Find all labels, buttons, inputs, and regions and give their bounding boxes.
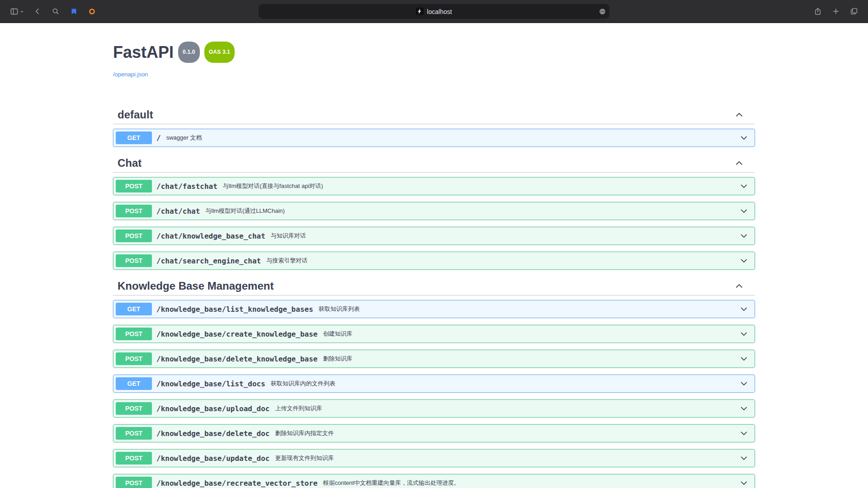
method-badge: POST xyxy=(116,477,152,488)
tab-overview-button[interactable] xyxy=(846,5,862,18)
openapi-link[interactable]: /openapi.json xyxy=(113,71,148,78)
expand-operation-button[interactable] xyxy=(736,206,752,216)
operation-path: /knowledge_base/upload_doc xyxy=(156,404,269,413)
operation-description: 获取知识库内的文件列表 xyxy=(271,380,335,388)
operation-row[interactable]: POST/knowledge_base/create_knowledge_bas… xyxy=(113,325,755,343)
method-badge: POST xyxy=(116,254,152,267)
expand-operation-button[interactable] xyxy=(736,133,752,143)
expand-operation-button[interactable] xyxy=(736,305,752,314)
bookmark-extension-icon xyxy=(70,8,78,15)
chevron-down-icon xyxy=(739,256,749,266)
operation-row[interactable]: POST/knowledge_base/recreate_vector_stor… xyxy=(113,474,755,488)
operation-path: /chat/search_engine_chat xyxy=(156,257,261,265)
page-options-button[interactable] xyxy=(599,8,606,15)
section-title: Knowledge Base Management xyxy=(118,279,732,292)
search-button[interactable] xyxy=(48,5,63,18)
chevron-down-icon xyxy=(739,182,749,191)
operation-description: 与llm模型对话(直接与fastchat api对话) xyxy=(223,182,323,190)
operation-row[interactable]: POST/knowledge_base/upload_doc上传文件到知识库 xyxy=(113,399,755,418)
operation-row[interactable]: POST/knowledge_base/delete_knowledge_bas… xyxy=(113,350,755,368)
operation-row[interactable]: GET/knowledge_base/list_docs获取知识库内的文件列表 xyxy=(113,375,755,393)
collapse-section-button[interactable] xyxy=(732,109,746,121)
expand-operation-button[interactable] xyxy=(736,231,752,241)
chevron-down-icon xyxy=(739,479,749,488)
operation-path: /knowledge_base/create_knowledge_base xyxy=(156,330,317,338)
site-favicon xyxy=(416,8,424,15)
extension-bookmark-button[interactable] xyxy=(66,5,81,18)
chevron-down-icon xyxy=(739,379,749,389)
page-title: FastAPI0.1.0OAS 3.1 xyxy=(113,43,755,67)
back-button[interactable] xyxy=(30,5,45,18)
operation-path: /knowledge_base/list_docs xyxy=(156,380,265,388)
section-header[interactable]: Knowledge Base Management xyxy=(113,277,755,296)
operation-description: swagger 文档 xyxy=(166,134,202,142)
operation-path: /knowledge_base/update_doc xyxy=(156,454,269,463)
expand-operation-button[interactable] xyxy=(736,354,752,364)
method-badge: POST xyxy=(116,180,152,192)
address-bar[interactable]: localhost xyxy=(259,4,609,19)
sidebar-icon xyxy=(10,7,19,16)
chevron-down-icon xyxy=(739,305,749,314)
operation-row[interactable]: POST/knowledge_base/delete_doc删除知识库内指定文件 xyxy=(113,424,755,442)
operation-row[interactable]: GET/swagger 文档 xyxy=(113,129,755,147)
expand-operation-button[interactable] xyxy=(736,182,752,191)
new-tab-button[interactable] xyxy=(828,5,844,18)
operation-description: 获取知识库列表 xyxy=(319,305,360,313)
operation-row[interactable]: POST/chat/knowledge_base_chat与知识库对话 xyxy=(113,227,755,245)
operation-description: 删除知识库内指定文件 xyxy=(275,429,334,437)
chevron-up-icon xyxy=(734,158,744,168)
method-badge: GET xyxy=(116,303,152,315)
expand-operation-button[interactable] xyxy=(736,479,752,488)
chevron-down-icon xyxy=(739,231,749,241)
share-icon xyxy=(814,7,822,15)
search-icon xyxy=(52,7,60,15)
share-button[interactable] xyxy=(810,5,826,18)
operation-row[interactable]: POST/knowledge_base/update_doc更新现有文件到知识库 xyxy=(113,449,755,467)
operation-description: 创建知识库 xyxy=(323,330,352,338)
section-header[interactable]: default xyxy=(113,105,755,124)
operations-list: defaultGET/swagger 文档ChatPOST/chat/fastc… xyxy=(113,105,755,488)
operation-path: /chat/knowledge_base_chat xyxy=(156,232,265,240)
operation-description: 更新现有文件到知识库 xyxy=(275,454,334,462)
sidebar-toggle-button[interactable] xyxy=(6,5,27,18)
chevron-up-icon xyxy=(734,110,744,120)
collapse-section-button[interactable] xyxy=(732,280,746,292)
page-body: FastAPI0.1.0OAS 3.1 /openapi.json defaul… xyxy=(0,23,868,488)
operation-path: /chat/fastchat xyxy=(156,182,217,191)
section-header[interactable]: Chat xyxy=(113,154,755,173)
expand-operation-button[interactable] xyxy=(736,454,752,463)
operation-row[interactable]: POST/chat/fastchat与llm模型对话(直接与fastchat a… xyxy=(113,177,755,195)
operation-path: /knowledge_base/list_knowledge_bases xyxy=(156,305,313,314)
operation-description: 与搜索引擎对话 xyxy=(266,257,307,265)
tag-section: Knowledge Base ManagementGET/knowledge_b… xyxy=(113,277,755,488)
operation-path: /chat/chat xyxy=(156,207,200,216)
collapse-section-button[interactable] xyxy=(732,157,746,169)
tag-section: ChatPOST/chat/fastchat与llm模型对话(直接与fastch… xyxy=(113,154,755,270)
expand-operation-button[interactable] xyxy=(736,429,752,438)
expand-operation-button[interactable] xyxy=(736,404,752,413)
operation-row[interactable]: GET/knowledge_base/list_knowledge_bases获… xyxy=(113,300,755,318)
operation-row[interactable]: POST/chat/search_engine_chat与搜索引擎对话 xyxy=(113,252,755,270)
operation-description: 上传文件到知识库 xyxy=(275,404,322,413)
chevron-down-icon xyxy=(739,454,749,463)
oas-badge: OAS 3.1 xyxy=(204,42,235,63)
version-badge: 0.1.0 xyxy=(178,42,200,63)
expand-operation-button[interactable] xyxy=(736,379,752,389)
method-badge: POST xyxy=(116,427,152,440)
toolbar-right-group xyxy=(810,5,862,18)
toolbar-left-group xyxy=(6,5,99,18)
tab-overview-icon xyxy=(850,7,858,15)
chevron-down-icon xyxy=(739,429,749,438)
operation-path: /knowledge_base/delete_doc xyxy=(156,429,269,438)
operation-row[interactable]: POST/chat/chat与llm模型对话(通过LLMChain) xyxy=(113,202,755,220)
extension-record-button[interactable] xyxy=(84,5,99,18)
method-badge: GET xyxy=(116,377,152,390)
chevron-down-icon xyxy=(739,206,749,216)
expand-operation-button[interactable] xyxy=(736,256,752,266)
operation-description: 与知识库对话 xyxy=(271,232,306,240)
record-extension-icon xyxy=(88,8,96,15)
expand-operation-button[interactable] xyxy=(736,329,752,339)
method-badge: POST xyxy=(116,230,152,242)
operation-path: / xyxy=(156,134,161,142)
method-badge: POST xyxy=(116,205,152,217)
